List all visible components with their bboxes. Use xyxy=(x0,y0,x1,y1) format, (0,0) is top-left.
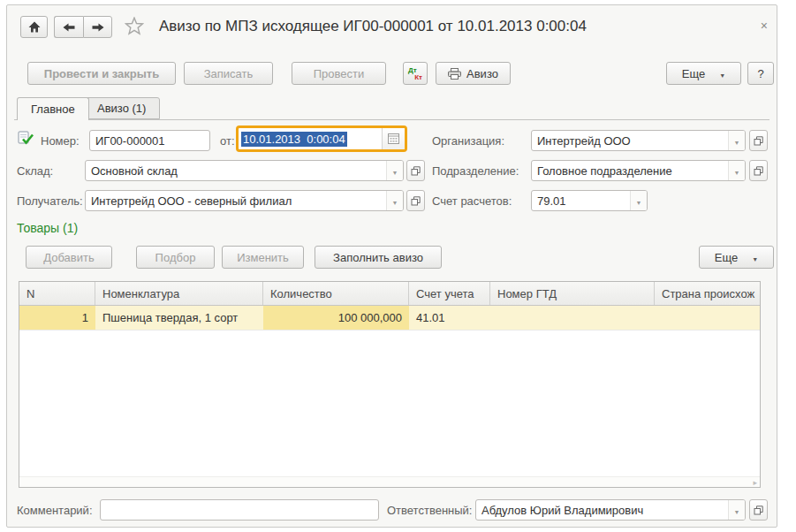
tab-main[interactable]: Главное xyxy=(17,97,89,120)
number-label: Номер: xyxy=(41,134,80,148)
account-label: Счет расчетов: xyxy=(432,194,512,208)
chevron-down-icon[interactable] xyxy=(636,193,642,209)
forward-button[interactable] xyxy=(83,16,112,38)
post-and-close-button[interactable]: Провести и закрыть xyxy=(27,62,176,85)
receiver-dropdown xyxy=(386,191,403,210)
chevron-down-icon[interactable] xyxy=(392,193,398,209)
home-icon xyxy=(28,21,41,33)
warehouse-open-button[interactable] xyxy=(406,160,425,181)
calendar-button[interactable] xyxy=(382,128,405,149)
tab-divider xyxy=(14,119,769,120)
scroll-right-icon[interactable]: ▸ xyxy=(753,477,757,488)
receiver-open-button[interactable] xyxy=(406,190,425,211)
home-button[interactable] xyxy=(20,16,48,38)
goods-section-title: Товары (1) xyxy=(17,221,78,235)
fill-avizo-button[interactable]: Заполнить авизо xyxy=(315,246,442,269)
organization-dropdown xyxy=(728,131,745,150)
account-value: 79.01 xyxy=(532,194,630,208)
avizo-print-button[interactable]: Авизо xyxy=(436,62,511,85)
edit-row-button[interactable]: Изменить xyxy=(222,246,304,269)
comment-label: Комментарий: xyxy=(17,504,93,517)
account-dropdown xyxy=(630,191,647,210)
forward-arrow-icon xyxy=(92,23,104,32)
col-header-country[interactable]: Страна происхож xyxy=(655,282,760,305)
calendar-icon xyxy=(388,133,399,144)
open-window-icon xyxy=(411,166,421,176)
responsible-open-button[interactable] xyxy=(749,499,768,521)
col-header-n[interactable]: N xyxy=(19,282,95,305)
receiver-field[interactable]: Интертрейд ООО - северный филиал xyxy=(85,190,404,211)
col-header-nomenclature[interactable]: Номенклатура xyxy=(95,282,263,305)
receiver-label: Получатель: xyxy=(17,194,83,208)
add-row-button[interactable]: Добавить xyxy=(26,246,112,269)
chevron-down-icon[interactable] xyxy=(734,163,740,179)
organization-field[interactable]: Интертрейд ООО xyxy=(531,130,746,151)
goods-more-button[interactable]: Еще xyxy=(699,246,774,269)
organization-open-button[interactable] xyxy=(749,130,768,151)
table-row[interactable]: 1 Пшеница твердая, 1 сорт 100 000,000 41… xyxy=(19,306,760,331)
number-field[interactable]: ИГ00-000001 xyxy=(89,130,210,151)
chevron-down-icon xyxy=(752,251,758,264)
back-button[interactable] xyxy=(54,16,83,38)
date-value: 10.01.2013 0:00:04 xyxy=(241,132,347,147)
avizo-print-label: Авизо xyxy=(466,67,498,80)
open-window-icon xyxy=(411,196,421,206)
open-window-icon xyxy=(754,166,763,176)
warehouse-label: Склад: xyxy=(17,164,53,178)
open-window-icon xyxy=(754,505,763,515)
tab-avizo[interactable]: Авизо (1) xyxy=(83,97,160,119)
horizontal-scrollbar[interactable]: ▸ xyxy=(19,476,760,487)
division-open-button[interactable] xyxy=(749,160,768,181)
toolbar-more-button[interactable]: Еще xyxy=(666,62,741,85)
close-icon[interactable]: × xyxy=(761,19,768,32)
more-label: Еще xyxy=(682,67,705,80)
division-label: Подразделение: xyxy=(432,164,519,178)
dtkt-icon: Дт Кт xyxy=(408,66,422,81)
more-label: Еще xyxy=(715,251,738,264)
receiver-value: Интертрейд ООО - северный филиал xyxy=(86,194,386,208)
page-title: Авизо по МПЗ исходящее ИГ00-000001 от 10… xyxy=(159,18,587,35)
favorite-star-icon[interactable] xyxy=(125,17,144,35)
open-window-icon xyxy=(754,136,763,146)
warehouse-dropdown xyxy=(386,161,403,180)
comment-field[interactable] xyxy=(100,499,379,521)
col-header-account[interactable]: Счет учета xyxy=(409,282,490,305)
chevron-down-icon xyxy=(719,67,725,80)
save-button[interactable]: Записать xyxy=(184,62,273,85)
table-header-row: N Номенклатура Количество Счет учета Ном… xyxy=(19,282,760,306)
help-button[interactable]: ? xyxy=(747,62,774,85)
cell-n[interactable]: 1 xyxy=(19,306,95,330)
date-field[interactable]: 10.01.2013 0:00:04 xyxy=(236,125,407,152)
division-value: Головное подразделение xyxy=(532,164,728,178)
account-field[interactable]: 79.01 xyxy=(531,190,648,211)
division-dropdown xyxy=(728,161,745,180)
chevron-down-icon[interactable] xyxy=(392,163,398,179)
col-header-gtd[interactable]: Номер ГТД xyxy=(490,282,655,305)
cell-account[interactable]: 41.01 xyxy=(409,306,490,330)
cell-quantity[interactable]: 100 000,000 xyxy=(263,306,409,330)
back-arrow-icon xyxy=(63,23,75,32)
col-header-quantity[interactable]: Количество xyxy=(263,282,409,305)
division-field[interactable]: Головное подразделение xyxy=(531,160,746,181)
responsible-label: Ответственный: xyxy=(387,504,472,517)
responsible-dropdown xyxy=(728,500,745,520)
chevron-down-icon[interactable] xyxy=(734,502,740,518)
cell-country[interactable] xyxy=(655,306,760,330)
organization-label: Организация: xyxy=(432,134,504,148)
printer-icon xyxy=(448,68,461,80)
document-window: Авизо по МПЗ исходящее ИГ00-000001 от 10… xyxy=(6,4,777,528)
number-value: ИГ00-000001 xyxy=(90,134,209,148)
goods-table: N Номенклатура Количество Счет учета Ном… xyxy=(19,281,761,488)
responsible-field[interactable]: Абдулов Юрий Владимирович xyxy=(475,499,746,521)
organization-value: Интертрейд ООО xyxy=(532,134,728,148)
cell-nomenclature[interactable]: Пшеница твердая, 1 сорт xyxy=(95,306,263,330)
cell-gtd[interactable] xyxy=(490,306,655,330)
dtkt-register-button[interactable]: Дт Кт xyxy=(403,62,428,85)
post-button[interactable]: Провести xyxy=(292,62,386,85)
pick-button[interactable]: Подбор xyxy=(136,246,215,269)
posted-document-icon xyxy=(18,130,34,146)
chevron-down-icon[interactable] xyxy=(734,133,740,148)
history-nav xyxy=(54,16,112,38)
app-window: Авизо по МПЗ исходящее ИГ00-000001 от 10… xyxy=(0,0,796,532)
warehouse-field[interactable]: Основной склад xyxy=(85,160,404,181)
